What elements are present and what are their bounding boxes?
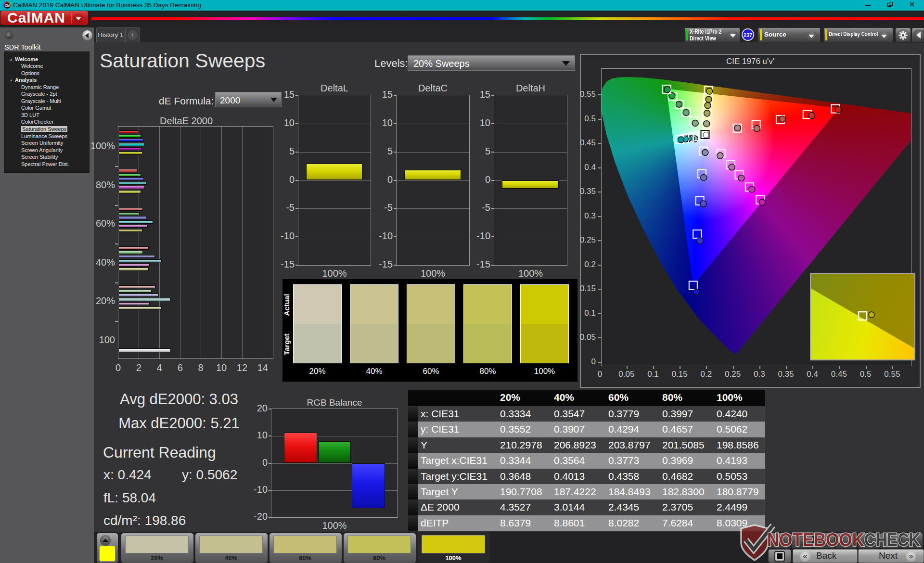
svg-text:NOTEBOOK: NOTEBOOK <box>767 530 865 550</box>
svg-text:CHECK: CHECK <box>864 530 920 550</box>
